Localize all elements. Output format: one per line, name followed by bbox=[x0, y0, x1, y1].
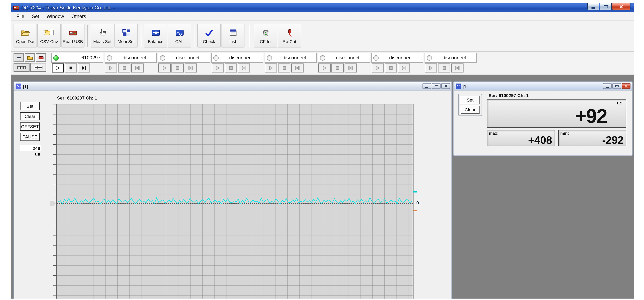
minimize-button[interactable] bbox=[422, 83, 431, 89]
meter-window-title: [1] bbox=[463, 84, 468, 89]
close-button[interactable] bbox=[612, 3, 630, 10]
channel-controls bbox=[158, 63, 210, 73]
view-single-button[interactable] bbox=[14, 53, 24, 62]
channel-panel-6: disconnect bbox=[318, 53, 370, 73]
maximize-button[interactable] bbox=[432, 83, 440, 89]
stop-icon bbox=[175, 66, 180, 70]
fast-forward-icon bbox=[134, 66, 140, 70]
toolbar-separator bbox=[194, 24, 195, 47]
channel-status: disconnect bbox=[104, 53, 157, 63]
channel-status: disconnect bbox=[371, 53, 423, 63]
open-dat-button[interactable]: Open Dat bbox=[14, 24, 37, 47]
layout-table-button[interactable] bbox=[30, 63, 46, 72]
meter-window: [1] Set Clear Ser: 6100297 Ch: 1 bbox=[453, 82, 632, 156]
fast-forward-icon bbox=[454, 66, 460, 70]
close-icon bbox=[444, 84, 447, 88]
cal-button[interactable]: CAL bbox=[168, 24, 191, 47]
menu-others[interactable]: Others bbox=[68, 12, 90, 20]
menu-set[interactable]: Set bbox=[28, 12, 43, 20]
minimize-icon bbox=[425, 87, 428, 88]
clear-button[interactable]: Clear bbox=[20, 112, 40, 120]
screen: DC-7204 - Tokyo Sokki Kenkyujo Co.,Ltd. … bbox=[0, 0, 644, 300]
toolbar: Open Dat CSV Cnv Read USB Meas Set bbox=[11, 21, 634, 52]
check-button[interactable]: Check bbox=[197, 24, 221, 47]
channel-controls bbox=[211, 63, 263, 73]
value-readout: +92 bbox=[575, 107, 607, 126]
csv-cnv-button[interactable]: CSV Cnv bbox=[37, 24, 61, 47]
play-icon bbox=[108, 66, 114, 70]
channel-controls bbox=[424, 63, 477, 73]
moni-set-button[interactable]: Moni Set bbox=[114, 24, 138, 47]
channel-controls bbox=[371, 63, 423, 73]
meter-window-titlebar[interactable]: [1] bbox=[454, 82, 632, 91]
channel-label: disconnect bbox=[434, 55, 474, 61]
toolbar-label: Balance bbox=[148, 39, 164, 44]
toolbar-label: CAL bbox=[175, 39, 184, 44]
maximize-button[interactable] bbox=[600, 3, 612, 10]
stop-button[interactable] bbox=[65, 63, 77, 72]
chart-window-titlebar[interactable]: [1] bbox=[14, 82, 451, 91]
minimize-button[interactable] bbox=[588, 3, 599, 10]
view-mode-panel bbox=[14, 53, 48, 73]
pause-button[interactable]: PAUSE bbox=[20, 133, 40, 141]
status-led-icon bbox=[426, 55, 432, 60]
maximize-icon bbox=[604, 5, 608, 8]
toolbar-separator bbox=[87, 24, 88, 47]
channel-label: disconnect bbox=[167, 55, 208, 61]
channel-label: disconnect bbox=[327, 55, 368, 61]
recorder-icon bbox=[38, 55, 44, 60]
balance-button[interactable]: Balance bbox=[144, 24, 167, 47]
menu-window[interactable]: Window bbox=[43, 12, 68, 20]
stop-icon bbox=[122, 66, 127, 70]
fast-forward-icon bbox=[294, 66, 300, 70]
channel-panel-5: disconnect bbox=[264, 53, 317, 73]
channel-marker-orange bbox=[413, 210, 417, 211]
stop-button bbox=[438, 63, 450, 72]
channel-controls bbox=[104, 63, 157, 73]
toolbar-label: CSV Cnv bbox=[40, 39, 58, 44]
close-icon bbox=[624, 84, 628, 88]
view-folder-button[interactable] bbox=[24, 53, 35, 62]
read-usb-icon bbox=[68, 28, 78, 37]
channel-status: disconnect bbox=[264, 53, 317, 63]
meas-set-button[interactable]: Meas Set bbox=[91, 24, 114, 47]
maximize-button[interactable] bbox=[612, 83, 621, 89]
chart-body: Set Clear OFFSET PAUSE 248 ue Ser: 61002… bbox=[14, 91, 451, 299]
toolbar-label: Check bbox=[203, 39, 215, 44]
balance-icon bbox=[150, 28, 161, 37]
fast-forward-icon bbox=[241, 66, 247, 70]
status-led-icon bbox=[53, 55, 59, 60]
reconnect-icon bbox=[284, 28, 295, 37]
play-button[interactable] bbox=[52, 63, 64, 72]
close-button[interactable] bbox=[622, 83, 630, 89]
channel-status: disconnect bbox=[424, 53, 477, 63]
set-button[interactable]: Set bbox=[461, 96, 480, 104]
folder-icon bbox=[27, 55, 32, 60]
minimize-icon bbox=[592, 7, 595, 8]
fast-forward-button bbox=[131, 63, 144, 72]
close-button[interactable] bbox=[441, 83, 450, 89]
fast-forward-icon bbox=[188, 66, 194, 70]
layout-tiles-button[interactable] bbox=[14, 63, 30, 72]
stop-button bbox=[385, 63, 397, 72]
read-usb-button[interactable]: Read USB bbox=[61, 24, 84, 47]
offset-button[interactable]: OFFSET bbox=[20, 123, 40, 131]
clear-button[interactable]: Clear bbox=[461, 106, 480, 114]
min-display: min: -292 bbox=[558, 130, 626, 146]
value-unit: ue bbox=[617, 101, 622, 105]
set-button[interactable]: Set bbox=[20, 102, 40, 110]
channel-label: disconnect bbox=[221, 55, 261, 61]
zero-axis-label: 0 bbox=[416, 200, 419, 205]
channel-status: 6100297 bbox=[51, 53, 103, 63]
re-cnt-button[interactable]: Re-Cnt bbox=[278, 24, 301, 47]
fast-forward-button bbox=[451, 63, 464, 72]
menu-file[interactable]: File bbox=[13, 12, 28, 20]
view-recorder-button[interactable] bbox=[36, 53, 46, 62]
fast-forward-button[interactable] bbox=[78, 63, 90, 72]
titlebar[interactable]: DC-7204 - Tokyo Sokki Kenkyujo Co.,Ltd. … bbox=[11, 3, 634, 12]
app-icon bbox=[13, 4, 19, 11]
monitor-settings-icon bbox=[121, 28, 132, 37]
cf-ini-button[interactable]: CF Ini bbox=[254, 24, 277, 47]
minimize-button[interactable] bbox=[603, 83, 612, 89]
list-button[interactable]: List bbox=[221, 24, 244, 47]
